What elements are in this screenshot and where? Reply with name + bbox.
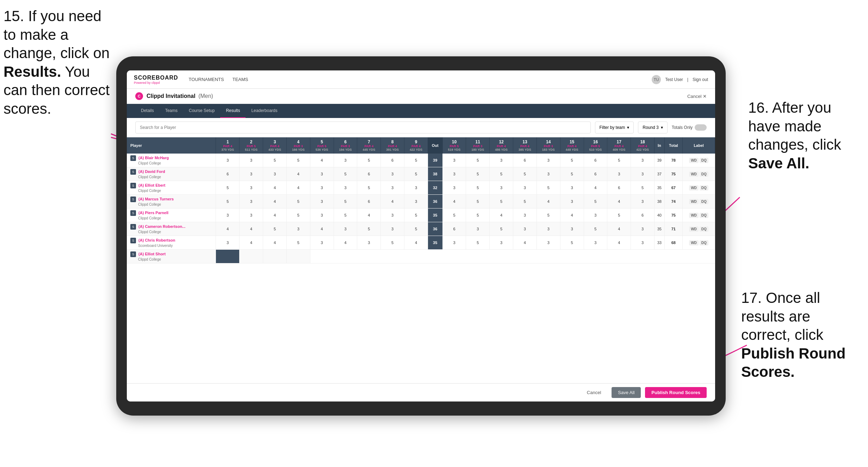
- search-input[interactable]: [135, 122, 591, 133]
- top-nav: SCOREBOARD Powered by clippd TOURNAMENTS…: [127, 70, 715, 89]
- hole-17-score: 4: [607, 236, 631, 250]
- wd-badge[interactable]: WD: [689, 199, 699, 204]
- hole-10-score: 3: [442, 154, 466, 167]
- cancel-button[interactable]: Cancel: [581, 387, 607, 398]
- publish-button[interactable]: Publish Round Scores: [645, 387, 707, 398]
- hole-17-score: 4: [607, 222, 631, 236]
- dq-badge[interactable]: DQ: [700, 158, 708, 163]
- hole-14-score: 5: [537, 181, 560, 195]
- wd-badge[interactable]: WD: [689, 185, 699, 191]
- dq-badge[interactable]: DQ: [700, 240, 708, 245]
- hole-18-score: 3: [631, 236, 655, 250]
- round-chevron-icon: ▾: [661, 125, 663, 130]
- player-school: Clippd College: [138, 175, 161, 179]
- total-score: 67: [664, 181, 682, 195]
- hole-12-score: 5: [490, 222, 513, 236]
- signout-link[interactable]: Sign out: [693, 77, 708, 82]
- nav-teams[interactable]: TEAMS: [232, 75, 248, 83]
- hole-18-score: 3: [631, 195, 655, 208]
- instruction-right-top: 16. After you have made changes, click S…: [748, 99, 857, 173]
- table-row: S (A) David Ford Clippd College 63343563…: [127, 167, 715, 181]
- player-badge: S: [130, 210, 136, 216]
- hole-2-score: 3: [240, 167, 263, 181]
- hole-18-score: 5: [631, 181, 655, 195]
- total-score: 68: [664, 236, 682, 250]
- hole-13-score: 5: [513, 195, 537, 208]
- hole-10-score: 3: [442, 181, 466, 195]
- dq-badge[interactable]: DQ: [700, 185, 708, 191]
- player-school: Clippd College: [138, 189, 161, 193]
- hole-13-score: 4: [513, 236, 537, 250]
- player-name: (A) Chris Robertson: [138, 238, 175, 242]
- hole-8-score: 3: [381, 167, 404, 181]
- col-in: In: [654, 137, 664, 154]
- round-dropdown[interactable]: Round 3 ▾: [638, 122, 667, 133]
- hole-9-score: 5: [404, 222, 428, 236]
- hole-5-score: 4: [310, 222, 334, 236]
- hole-15-score: 3: [560, 181, 584, 195]
- table-row: S (A) Elliot Short Clippd College: [127, 250, 715, 263]
- player-badge: S: [130, 238, 136, 243]
- tablet-frame: SCOREBOARD Powered by clippd TOURNAMENTS…: [116, 56, 726, 416]
- player-school: Clippd College: [138, 257, 161, 261]
- tab-results[interactable]: Results: [220, 104, 246, 118]
- hole-1-score: 5: [216, 181, 240, 195]
- step-16: 16.: [748, 99, 769, 116]
- tab-details[interactable]: Details: [135, 104, 160, 118]
- hole-9-score: 3: [404, 181, 428, 195]
- col-h2: 2PAR 5511 YDS: [240, 137, 263, 154]
- player-cell: S (A) Cameron Robertson... Clippd Colleg…: [127, 222, 216, 236]
- total-score: 78: [664, 154, 682, 167]
- hole-9-score: 5: [404, 167, 428, 181]
- col-player: Player: [127, 137, 216, 154]
- hole-2-score: 3: [240, 181, 263, 195]
- col-out: Out: [428, 137, 442, 154]
- out-score: 35: [428, 208, 442, 222]
- hole-11-score: 5: [466, 195, 490, 208]
- player-name: (A) David Ford: [138, 169, 165, 174]
- wd-badge[interactable]: WD: [689, 172, 699, 177]
- totals-only-label: Totals Only: [672, 125, 693, 130]
- hole-16-score: 5: [584, 222, 607, 236]
- tab-leaderboards[interactable]: Leaderboards: [246, 104, 283, 118]
- hole-13-score: 6: [513, 154, 537, 167]
- cancel-tournament[interactable]: Cancel ✕: [687, 94, 707, 99]
- hole-5-score: 3: [310, 167, 334, 181]
- wd-badge[interactable]: WD: [689, 158, 699, 163]
- score-table-wrapper: Player 1PAR 4370 YDS 2PAR 5511 YDS 3PAR …: [127, 137, 715, 383]
- out-score: 36: [428, 222, 442, 236]
- nav-tournaments[interactable]: TOURNAMENTS: [189, 75, 224, 83]
- hole-11-score: 5: [466, 208, 490, 222]
- dropdown-chevron-icon: ▾: [627, 125, 629, 130]
- dq-badge[interactable]: DQ: [700, 172, 708, 177]
- dq-badge[interactable]: DQ: [700, 213, 708, 218]
- player-school: Clippd College: [138, 230, 161, 234]
- logo-scoreboard: SCOREBOARD: [134, 75, 178, 81]
- wd-badge[interactable]: WD: [689, 213, 699, 218]
- out-score: 35: [428, 236, 442, 250]
- save-all-button[interactable]: Save All: [612, 387, 641, 398]
- hole-2-score: 4: [240, 236, 263, 250]
- totals-only-toggle[interactable]: [695, 124, 707, 131]
- hole-7-score: 5: [357, 181, 381, 195]
- player-badge: S: [130, 251, 136, 257]
- dq-badge[interactable]: DQ: [700, 226, 708, 232]
- wd-badge[interactable]: WD: [689, 226, 699, 232]
- hole-6-score: 5: [334, 208, 357, 222]
- hole-10-score: 5: [442, 208, 466, 222]
- hole-4-score: 5: [286, 208, 310, 222]
- out-score: 36: [428, 195, 442, 208]
- hole-17-score: 6: [607, 181, 631, 195]
- dq-badge[interactable]: DQ: [700, 199, 708, 204]
- hole-4-score: 5: [286, 236, 310, 250]
- hole-4-score: 5: [286, 154, 310, 167]
- filter-team-dropdown[interactable]: Filter by team ▾: [595, 122, 634, 133]
- tab-teams[interactable]: Teams: [160, 104, 183, 118]
- player-badge: S: [130, 155, 136, 161]
- wd-badge[interactable]: WD: [689, 240, 699, 245]
- hole-4-score: 5: [286, 195, 310, 208]
- hole-11-score: 5: [466, 181, 490, 195]
- hole-18-score: 3: [631, 154, 655, 167]
- tab-course-setup[interactable]: Course Setup: [183, 104, 220, 118]
- hole-8-score: 6: [381, 154, 404, 167]
